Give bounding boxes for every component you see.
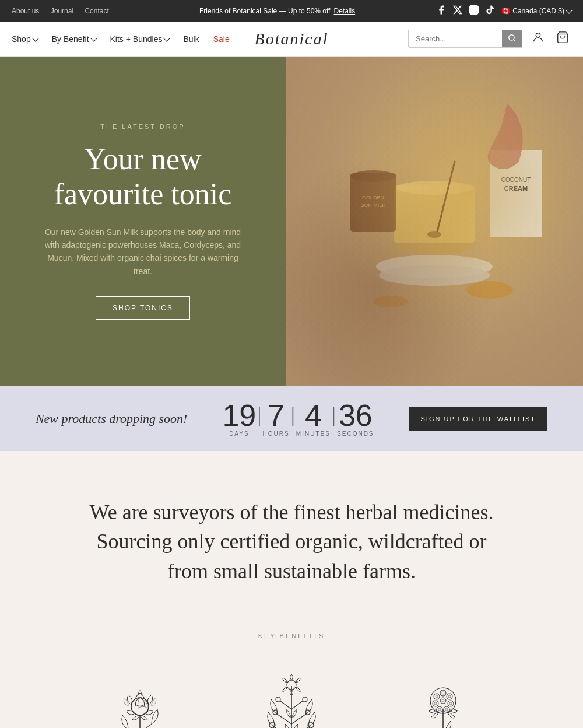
- svg-rect-8: [286, 57, 583, 386]
- search-bar[interactable]: [408, 30, 522, 48]
- promo-text: Friends of Botanical Sale — Up to 50% of…: [199, 7, 355, 15]
- benefit-chevron-icon: [90, 35, 97, 41]
- svg-point-14: [427, 231, 441, 238]
- svg-point-12: [396, 181, 472, 195]
- minutes-label: MINUTES: [296, 430, 331, 437]
- facebook-icon[interactable]: [436, 5, 447, 17]
- separator-3: |: [331, 400, 337, 427]
- svg-point-48: [448, 701, 454, 706]
- svg-point-42: [303, 697, 307, 702]
- hero-illustration: GOLDEN SUN MILK COCONUT CREAM: [286, 57, 583, 386]
- svg-line-4: [514, 40, 515, 41]
- svg-point-1: [472, 8, 476, 12]
- locale-selector[interactable]: 🇨🇦 Canada (CAD $): [501, 7, 571, 15]
- about-us-link[interactable]: About us: [12, 7, 39, 15]
- svg-rect-19: [490, 150, 542, 237]
- promo-details-link[interactable]: Details: [333, 7, 355, 15]
- svg-point-5: [536, 33, 540, 37]
- separator-2: |: [290, 400, 296, 427]
- x-twitter-icon[interactable]: [452, 5, 463, 17]
- svg-point-60: [436, 695, 438, 698]
- svg-line-28: [140, 724, 152, 728]
- hero-content: THE LATEST DROP Your new favourite tonic…: [0, 57, 286, 386]
- svg-text:COCONUT: COCONUT: [501, 177, 531, 183]
- hero-section: THE LATEST DROP Your new favourite tonic…: [0, 57, 583, 386]
- benefits-grid: [23, 668, 560, 728]
- hero-image-placeholder: GOLDEN SUN MILK COCONUT CREAM: [286, 57, 583, 386]
- hero-label: THE LATEST DROP: [100, 123, 185, 130]
- seconds-label: SECONDS: [337, 430, 374, 437]
- benefit-rose: [87, 668, 192, 728]
- contact-link[interactable]: Contact: [85, 7, 108, 15]
- search-input[interactable]: [409, 31, 502, 47]
- svg-point-2: [476, 8, 477, 8]
- benefit-herb: [239, 668, 344, 728]
- tiktok-icon[interactable]: [485, 5, 496, 17]
- svg-point-24: [466, 281, 513, 299]
- svg-point-52: [434, 694, 440, 699]
- mission-section: We are surveyors of the finest herbal me…: [0, 451, 583, 621]
- svg-line-35: [280, 701, 292, 709]
- minutes-block: 4 MINUTES: [296, 400, 331, 437]
- svg-point-53: [440, 698, 446, 704]
- svg-text:CREAM: CREAM: [504, 185, 528, 192]
- nav-secondary-links: About us Journal Contact: [12, 7, 118, 15]
- hours-label: HOURS: [263, 430, 290, 437]
- by-benefit-nav-item[interactable]: By Benefit: [52, 34, 96, 44]
- site-logo[interactable]: Botanical: [255, 30, 329, 48]
- kits-bundles-nav-item[interactable]: Kits + Bundles: [110, 34, 170, 44]
- locale-chevron-icon: [566, 7, 572, 13]
- svg-point-58: [438, 708, 441, 710]
- nav-left-links: Shop By Benefit Kits + Bundles Bulk Sale: [12, 34, 292, 44]
- svg-point-61: [442, 699, 444, 702]
- svg-point-9: [394, 232, 475, 255]
- svg-point-23: [379, 265, 490, 286]
- shop-chevron-icon: [32, 35, 38, 41]
- days-block: 19 DAYS: [222, 400, 256, 437]
- svg-point-25: [373, 296, 408, 307]
- svg-line-34: [292, 714, 306, 724]
- svg-point-29: [131, 698, 149, 715]
- svg-point-55: [448, 695, 451, 698]
- hero-title: Your new favourite tonic: [29, 142, 257, 212]
- svg-line-36: [292, 701, 303, 709]
- waitlist-button[interactable]: SIGN UP FOR THE WAITLIST: [409, 407, 548, 430]
- svg-rect-7: [286, 57, 583, 386]
- svg-point-56: [449, 702, 452, 705]
- journal-link[interactable]: Journal: [51, 7, 73, 15]
- shop-nav-item[interactable]: Shop: [12, 34, 38, 44]
- main-navigation: Shop By Benefit Kits + Bundles Bulk Sale…: [0, 22, 583, 57]
- herb-illustration: [248, 668, 335, 728]
- svg-point-54: [442, 692, 444, 694]
- instagram-icon[interactable]: [469, 5, 479, 17]
- svg-point-47: [447, 694, 452, 699]
- flower-illustration: [399, 668, 487, 728]
- cart-button[interactable]: [554, 29, 571, 49]
- bulk-nav-item[interactable]: Bulk: [183, 34, 199, 44]
- svg-line-13: [437, 162, 455, 232]
- svg-point-51: [433, 701, 438, 706]
- countdown-section: New products dropping soon! 19 DAYS | 7 …: [0, 386, 583, 451]
- svg-text:SUN MILK: SUN MILK: [361, 202, 386, 208]
- nav-right-actions: [292, 29, 571, 49]
- sale-nav-item[interactable]: Sale: [213, 34, 230, 44]
- svg-point-59: [434, 702, 437, 705]
- shop-tonics-button[interactable]: SHOP TONICS: [96, 296, 190, 320]
- benefit-flower: [391, 668, 496, 728]
- mission-text: We are surveyors of the finest herbal me…: [82, 498, 501, 586]
- announcement-bar: About us Journal Contact Friends of Bota…: [0, 0, 583, 22]
- benefits-label: KEY BENEFITS: [23, 632, 560, 639]
- days-number: 19: [222, 400, 256, 430]
- svg-rect-15: [350, 173, 396, 232]
- countdown-timer: 19 DAYS | 7 HOURS | 4 MINUTES | 36 SECON…: [222, 400, 374, 437]
- account-button[interactable]: [529, 29, 547, 49]
- svg-point-22: [376, 255, 493, 278]
- seconds-number: 36: [339, 400, 373, 430]
- svg-line-33: [277, 714, 292, 724]
- svg-text:GOLDEN: GOLDEN: [362, 195, 384, 201]
- search-button[interactable]: [502, 30, 522, 47]
- rose-illustration: [96, 668, 184, 728]
- social-and-locale: 🇨🇦 Canada (CAD $): [436, 5, 571, 17]
- hero-image: GOLDEN SUN MILK COCONUT CREAM: [286, 57, 583, 386]
- svg-point-41: [276, 697, 280, 702]
